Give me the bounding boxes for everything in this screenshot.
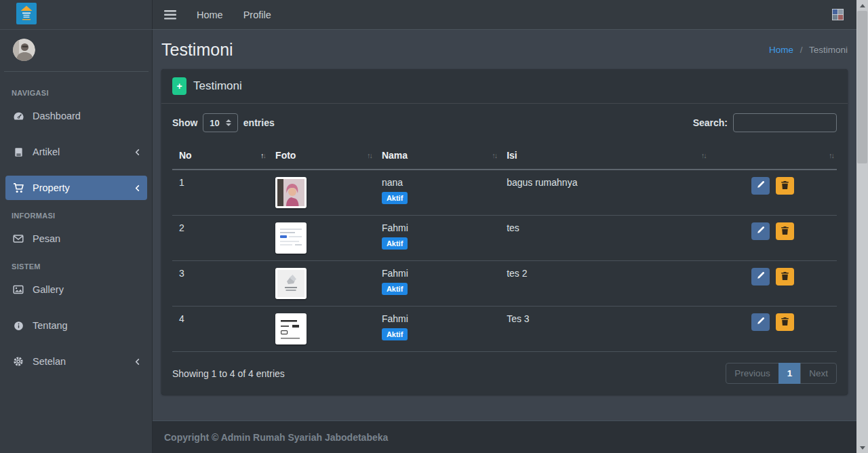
cell-nama: Fahmi Aktif [375, 261, 500, 307]
cell-no: 3 [172, 261, 269, 307]
sort-icon: ↑↓ [492, 151, 496, 159]
page-title: Testimoni [161, 40, 233, 60]
select-arrows-icon [226, 119, 231, 126]
page-length-select[interactable]: 10 [203, 113, 237, 132]
table-row: 4 Fahmi Aktif Tes 3 [172, 307, 837, 352]
table-info: Showing 1 to 4 of 4 entries [172, 368, 285, 379]
delete-button[interactable] [776, 268, 794, 285]
cell-isi: Tes 3 [500, 307, 709, 352]
scrollbar[interactable] [856, 0, 868, 453]
pagination: Previous 1 Next [726, 363, 837, 384]
envelope-icon [12, 233, 25, 244]
edit-button[interactable] [751, 313, 770, 331]
image-icon [12, 284, 25, 295]
column-header-isi[interactable]: Isi ↑↓ [500, 142, 709, 170]
hamburger-icon[interactable] [164, 10, 176, 20]
testimonial-name: Fahmi [382, 222, 493, 233]
edit-button[interactable] [751, 268, 770, 285]
sidebar-item-label: Artikel [33, 146, 60, 157]
testimoni-card: + Testimoni Show 10 entries [161, 69, 848, 395]
sidebar-item-setelan[interactable]: Setelan [5, 349, 147, 374]
table-row: 2 Fahmi Aktif tes [172, 216, 837, 261]
testimonial-photo-webpage [275, 222, 307, 254]
grid-icon[interactable] [832, 9, 844, 20]
navbar-link-home[interactable]: Home [197, 9, 223, 20]
cell-actions [709, 261, 837, 307]
sidebar-item-label: Setelan [33, 356, 66, 367]
admin-page: NAVIGASI Dashboard Artikel Property [0, 0, 868, 453]
rumah-syariah-logo [16, 3, 37, 27]
cell-foto [269, 216, 375, 261]
pagination-previous[interactable]: Previous [726, 363, 779, 384]
sort-icon: ↑↓ [701, 151, 706, 159]
sidebar-user-panel [4, 30, 149, 72]
cell-foto [269, 261, 375, 307]
breadcrumb-home-link[interactable]: Home [769, 45, 793, 55]
page-length-control: Show 10 entries [172, 113, 275, 132]
breadcrumb-separator: / [800, 45, 803, 55]
cell-nama: Fahmi Aktif [375, 216, 500, 261]
sidebar-item-property[interactable]: Property [5, 176, 147, 200]
column-header-actions[interactable]: ↑↓ [709, 142, 837, 170]
chevron-left-icon [134, 358, 141, 366]
copyright-text: Copyright © Admin Rumah Syariah Jabodeta… [164, 432, 388, 443]
trash-icon [781, 271, 789, 283]
edit-button[interactable] [751, 222, 770, 240]
sidebar-section-navigasi: NAVIGASI [5, 89, 147, 97]
search-input[interactable] [733, 113, 837, 132]
brand-header[interactable] [0, 0, 153, 30]
sidebar-item-tentang[interactable]: Tentang [5, 313, 147, 338]
status-badge: Aktif [382, 283, 408, 295]
cell-isi: bagus rumahnya [500, 170, 709, 216]
scroll-up-icon[interactable] [856, 1, 868, 10]
card-header: + Testimoni [161, 69, 848, 104]
column-header-nama[interactable]: Nama ↑↓ [375, 142, 500, 170]
trash-icon [781, 317, 789, 328]
delete-button[interactable] [776, 177, 794, 195]
edit-button[interactable] [751, 177, 770, 195]
breadcrumb: Home / Testimoni [769, 45, 848, 55]
delete-button[interactable] [776, 313, 794, 331]
sidebar-section-informasi: INFORMASI [5, 212, 147, 220]
cell-no: 1 [172, 170, 269, 216]
sidebar-item-pesan[interactable]: Pesan [5, 226, 147, 251]
sort-icon: ↑↓ [260, 151, 265, 159]
status-badge: Aktif [382, 192, 408, 204]
footer: Copyright © Admin Rumah Syariah Jabodeta… [153, 420, 868, 453]
sidebar-item-dashboard[interactable]: Dashboard [5, 104, 147, 128]
show-label: Show [172, 117, 197, 128]
cell-actions [709, 216, 837, 261]
pencil-icon [756, 317, 765, 328]
add-testimoni-button[interactable]: + [172, 77, 186, 95]
search-label: Search: [693, 117, 728, 128]
testimonial-name: Fahmi [382, 268, 493, 279]
sidebar-item-gallery[interactable]: Gallery [5, 277, 147, 302]
user-avatar[interactable] [13, 39, 35, 61]
trash-icon [781, 180, 789, 192]
content-wrapper: Testimoni Home / Testimoni + Testimoni S… [153, 30, 868, 420]
cell-nama: Fahmi Aktif [375, 307, 500, 352]
pagination-next[interactable]: Next [800, 363, 837, 384]
sort-icon: ↑↓ [829, 151, 833, 159]
cell-nama: nana Aktif [375, 170, 500, 216]
navbar-link-profile[interactable]: Profile [243, 9, 271, 20]
table-row: 3 Fahmi Aktif tes 2 [172, 261, 837, 307]
top-navbar: Home Profile [153, 0, 868, 30]
chevron-left-icon [134, 184, 141, 192]
scrollbar-thumb[interactable] [857, 11, 867, 163]
table-header-row: No ↑↓ Foto ↑↓ Nama ↑↓ [172, 142, 837, 170]
delete-button[interactable] [776, 222, 794, 240]
shopping-cart-icon [12, 182, 25, 194]
sidebar-item-label: Pesan [33, 233, 60, 244]
scroll-down-icon[interactable] [856, 443, 868, 452]
status-badge: Aktif [382, 237, 408, 250]
column-header-no[interactable]: No ↑↓ [172, 142, 269, 170]
sidebar-item-label: Tentang [33, 320, 68, 331]
pencil-icon [756, 180, 765, 191]
sidebar-item-artikel[interactable]: Artikel [5, 140, 147, 164]
pencil-icon [756, 271, 765, 282]
sidebar: NAVIGASI Dashboard Artikel Property [0, 0, 153, 453]
column-header-foto[interactable]: Foto ↑↓ [269, 142, 375, 170]
cell-actions [709, 307, 837, 352]
pagination-page-1[interactable]: 1 [778, 363, 802, 384]
